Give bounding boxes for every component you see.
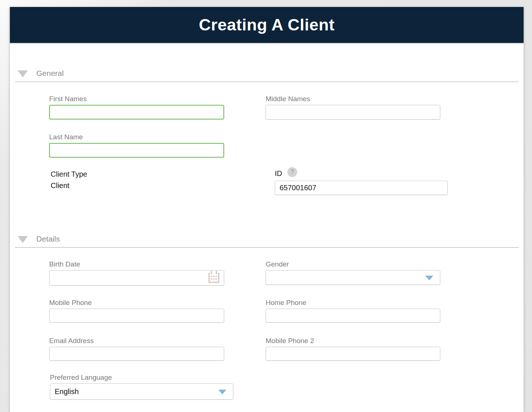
home-phone-input[interactable] [266, 309, 440, 323]
last-name-input[interactable] [49, 143, 224, 158]
section-details-header[interactable]: Details [18, 235, 60, 243]
field-gender: Gender [266, 260, 440, 285]
create-client-card: Creating A Client General First Names Mi… [10, 7, 524, 412]
chevron-down-icon [425, 276, 433, 280]
id-input[interactable] [275, 181, 448, 195]
section-details-label: Details [36, 235, 60, 243]
help-icon[interactable]: ? [287, 167, 297, 177]
chevron-down-icon [218, 390, 226, 394]
gender-label: Gender [266, 260, 440, 268]
field-last-name: Last Name [49, 133, 224, 158]
field-mobile-phone: Mobile Phone [49, 299, 224, 323]
client-type-label: Client Type [51, 170, 197, 179]
page-title: Creating A Client [199, 15, 335, 34]
birth-date-input[interactable] [49, 270, 224, 286]
field-email-address: Email Address [49, 337, 224, 361]
preferred-language-label: Preferred Language [50, 374, 233, 382]
mobile-phone-input[interactable] [49, 309, 224, 323]
field-first-names: First Names [49, 95, 224, 119]
id-label: ID [275, 169, 282, 178]
middle-names-label: Middle Names [266, 95, 440, 103]
email-address-input[interactable] [49, 347, 224, 361]
mobile-phone-2-label: Mobile Phone 2 [266, 337, 440, 345]
field-mobile-phone-2: Mobile Phone 2 [266, 337, 440, 361]
mobile-phone-label: Mobile Phone [49, 299, 224, 307]
email-address-label: Email Address [49, 337, 224, 345]
section-general-label: General [36, 69, 64, 78]
client-type-value: Client [51, 181, 197, 190]
collapse-triangle-icon[interactable] [18, 70, 28, 77]
birth-date-label: Birth Date [49, 260, 224, 268]
preferred-language-select[interactable]: English [50, 383, 233, 400]
first-names-label: First Names [49, 95, 224, 103]
section-details-divider [15, 247, 519, 248]
field-id: ID ? [275, 169, 448, 195]
field-client-type: Client Type Client [51, 170, 197, 190]
mobile-phone-2-input[interactable] [266, 347, 440, 361]
card-header: Creating A Client [10, 7, 524, 43]
collapse-triangle-icon[interactable] [18, 236, 28, 243]
last-name-label: Last Name [49, 133, 224, 141]
field-middle-names: Middle Names [266, 95, 440, 119]
preferred-language-value: English [55, 387, 79, 396]
calendar-icon[interactable] [207, 271, 221, 285]
field-home-phone: Home Phone [266, 299, 440, 323]
first-names-input[interactable] [49, 105, 224, 119]
gender-select[interactable] [266, 270, 440, 285]
section-general-divider [15, 81, 519, 82]
home-phone-label: Home Phone [266, 299, 440, 307]
field-preferred-language: Preferred Language English [50, 374, 233, 400]
section-general-header[interactable]: General [18, 69, 64, 78]
field-birth-date: Birth Date [49, 260, 224, 286]
middle-names-input[interactable] [266, 105, 440, 119]
